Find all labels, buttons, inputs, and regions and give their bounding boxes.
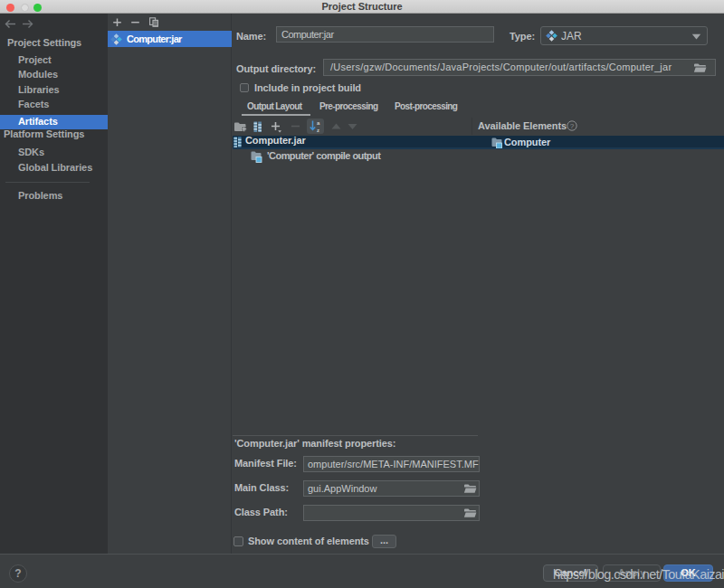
svg-text:?: ?	[570, 122, 575, 130]
svg-text:z: z	[317, 128, 319, 133]
svg-text:a: a	[317, 120, 320, 126]
